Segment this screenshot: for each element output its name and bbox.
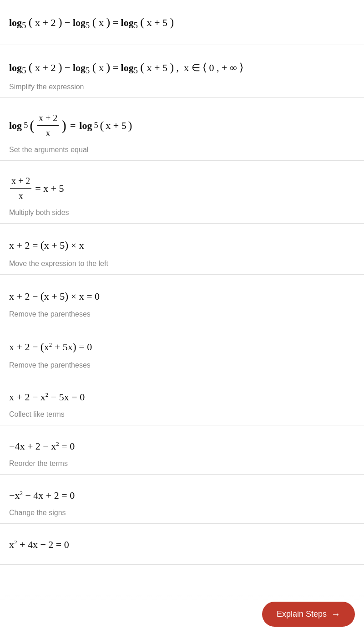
math-eq-10: x2 + 4x − 2 = 0 [9, 532, 355, 555]
step-simplify: log5 ( x + 2 x ) = log5 ( x + 5 ) Set th… [0, 98, 364, 161]
math-eq-3: x + 2 x = x + 5 [9, 169, 355, 206]
step-reorder: −x2 − 4x + 2 = 0 Change the signs [0, 475, 364, 524]
explain-steps-button[interactable]: Explain Steps → [262, 602, 355, 627]
math-eq-7: x + 2 − x2 − 5x = 0 [9, 384, 355, 408]
math-eq-8: −4x + 2 − x2 = 0 [9, 434, 355, 457]
step-label-9: Change the signs [9, 509, 355, 517]
math-eq-1: log5 ( x + 2 ) − log5 ( x ) = log5 ( x +… [9, 53, 355, 81]
step-label-2: Set the arguments equal [9, 146, 355, 154]
explain-steps-label: Explain Steps [277, 609, 327, 619]
math-eq-4: x + 2 = (x + 5) × x [9, 232, 355, 256]
step-label-7: Collect like terms [9, 410, 355, 419]
step-change-signs: x2 + 4x − 2 = 0 [0, 524, 364, 565]
math-eq-6: x + 2 − (x2 + 5x) = 0 [9, 333, 355, 358]
step-multiply: x + 2 = (x + 5) × x Move the expression … [0, 224, 364, 274]
step-domain: log5 ( x + 2 ) − log5 ( x ) = log5 ( x +… [0, 45, 364, 98]
explain-btn-container: Explain Steps → [0, 594, 364, 634]
explain-steps-arrow: → [331, 609, 340, 619]
step-label-3: Multiply both sides [9, 209, 355, 217]
step-label-1: Simplify the expression [9, 83, 355, 91]
step-label-6: Remove the parentheses [9, 361, 355, 369]
math-eq-0: log5 ( x + 2 ) − log5 ( x ) = log5 ( x +… [9, 8, 355, 36]
math-eq-9: −x2 − 4x + 2 = 0 [9, 483, 355, 506]
math-eq-5: x + 2 − (x + 5) × x = 0 [9, 283, 355, 307]
step-move-left: x + 2 − (x + 5) × x = 0 Remove the paren… [0, 275, 364, 325]
step-label-8: Reorder the terms [9, 460, 355, 468]
math-eq-2: log5 ( x + 2 x ) = log5 ( x + 5 ) [9, 106, 355, 143]
step-expanded: x + 2 − x2 − 5x = 0 Collect like terms [0, 376, 364, 425]
step-set-equal: x + 2 x = x + 5 Multiply both sides [0, 161, 364, 224]
step-label-5: Remove the parentheses [9, 310, 355, 318]
step-label-4: Move the expression to the left [9, 260, 355, 268]
step-collect: −4x + 2 − x2 = 0 Reorder the terms [0, 425, 364, 475]
step-remove-parens: x + 2 − (x2 + 5x) = 0 Remove the parenth… [0, 325, 364, 376]
step-initial: log5 ( x + 2 ) − log5 ( x ) = log5 ( x +… [0, 0, 364, 45]
